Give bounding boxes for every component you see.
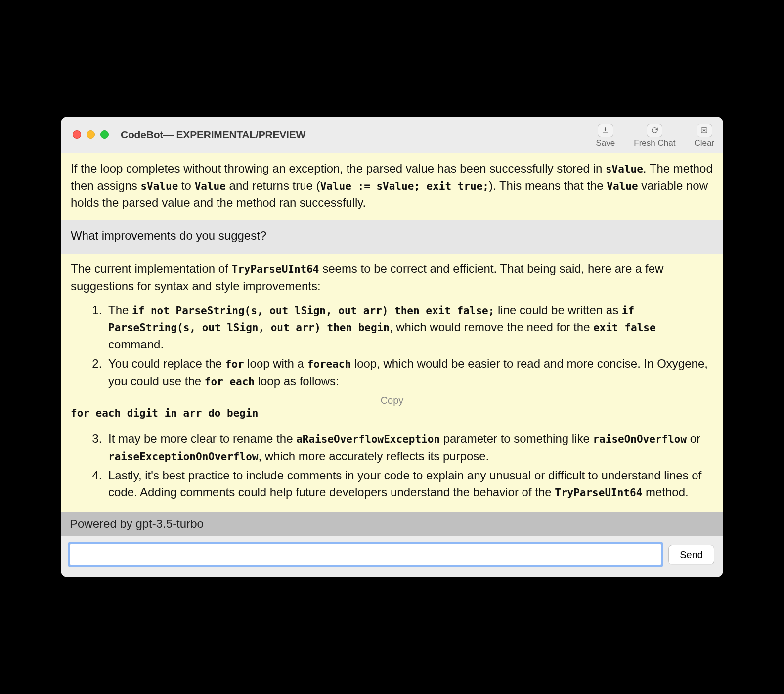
toolbar: Save Fresh Chat Clear xyxy=(596,122,714,148)
app-window: CodeBot— EXPERIMENTAL/PREVIEW Save Fresh… xyxy=(61,117,723,577)
text: parameter to something like xyxy=(440,432,593,445)
fresh-chat-button[interactable]: Fresh Chat xyxy=(634,124,675,148)
traffic-lights xyxy=(73,130,109,139)
inline-code: TryParseUInt64 xyxy=(232,263,319,275)
inline-code: for xyxy=(225,358,244,370)
code-block: Copy for each digit in arr do begin xyxy=(71,395,713,423)
text: , which more accurately reflects its pur… xyxy=(258,449,489,463)
clear-icon xyxy=(697,124,712,137)
inline-code: Value := sValue; exit true; xyxy=(320,180,489,192)
text: If the loop completes without throwing a… xyxy=(71,162,606,175)
inline-code: for each xyxy=(205,376,255,388)
inline-code: TryParseUInt64 xyxy=(555,487,642,499)
inline-code: foreach xyxy=(307,358,351,370)
inline-code: raiseOnOverflow xyxy=(593,434,687,445)
inline-code: exit false xyxy=(593,322,655,334)
text: to xyxy=(178,179,194,192)
inline-code: Value xyxy=(195,180,226,192)
save-button[interactable]: Save xyxy=(596,124,615,148)
suggestion-list-continued: It may be more clear to rename the aRais… xyxy=(71,431,713,501)
text: The current implementation of xyxy=(71,262,232,275)
chat-transcript: If the loop completes without throwing a… xyxy=(61,153,723,512)
inline-code: sValue xyxy=(140,180,178,192)
list-item: You could replace the for loop with a fo… xyxy=(105,355,713,390)
text: It may be more clear to rename the xyxy=(108,432,296,445)
send-button[interactable]: Send xyxy=(668,545,714,564)
zoom-window-button[interactable] xyxy=(100,130,109,139)
text: You could replace the xyxy=(108,357,225,370)
user-message: What improvements do you suggest? xyxy=(61,220,723,254)
inline-code: if not ParseString(s, out lSign, out arr… xyxy=(132,305,494,317)
suggestion-list: The if not ParseString(s, out lSign, out… xyxy=(71,302,713,390)
inline-code: raiseExceptionOnOverflow xyxy=(108,451,258,463)
text: line could be written as xyxy=(494,304,621,317)
message-paragraph: If the loop completes without throwing a… xyxy=(71,160,713,212)
status-bar: Powered by gpt-3.5-turbo xyxy=(61,512,723,536)
assistant-message: If the loop completes without throwing a… xyxy=(61,153,723,220)
clear-label: Clear xyxy=(694,138,714,148)
app-title: CodeBot— EXPERIMENTAL/PREVIEW xyxy=(121,129,305,141)
text: loop with a xyxy=(244,357,307,370)
message-input[interactable] xyxy=(70,544,661,565)
list-item: Lastly, it's best practice to include co… xyxy=(105,467,713,502)
list-item: It may be more clear to rename the aRais… xyxy=(105,431,713,465)
list-item: The if not ParseString(s, out lSign, out… xyxy=(105,302,713,353)
download-icon xyxy=(598,124,613,137)
status-text: Powered by gpt-3.5-turbo xyxy=(70,517,204,530)
text: command. xyxy=(108,338,164,351)
input-bar: Send xyxy=(61,536,723,577)
titlebar: CodeBot— EXPERIMENTAL/PREVIEW Save Fresh… xyxy=(61,117,723,153)
copy-button[interactable]: Copy xyxy=(381,395,404,406)
inline-code: sValue xyxy=(606,163,643,175)
text: , which would remove the need for the xyxy=(390,320,593,334)
minimize-window-button[interactable] xyxy=(87,130,95,139)
text: ). This means that the xyxy=(489,179,607,192)
message-text: What improvements do you suggest? xyxy=(71,229,266,242)
save-label: Save xyxy=(596,138,615,148)
text: loop as follows: xyxy=(255,374,339,388)
inline-code: aRaiseOverflowException xyxy=(296,434,440,445)
inline-code: Value xyxy=(607,180,638,192)
text: or xyxy=(687,432,700,445)
message-paragraph: The current implementation of TryParseUI… xyxy=(71,260,713,295)
fresh-chat-label: Fresh Chat xyxy=(634,138,675,148)
text: The xyxy=(108,304,132,317)
close-window-button[interactable] xyxy=(73,130,81,139)
clear-button[interactable]: Clear xyxy=(694,124,714,148)
assistant-message: The current implementation of TryParseUI… xyxy=(61,254,723,512)
refresh-icon xyxy=(647,124,662,137)
text: method. xyxy=(642,485,688,499)
text: and returns true ( xyxy=(226,179,320,192)
